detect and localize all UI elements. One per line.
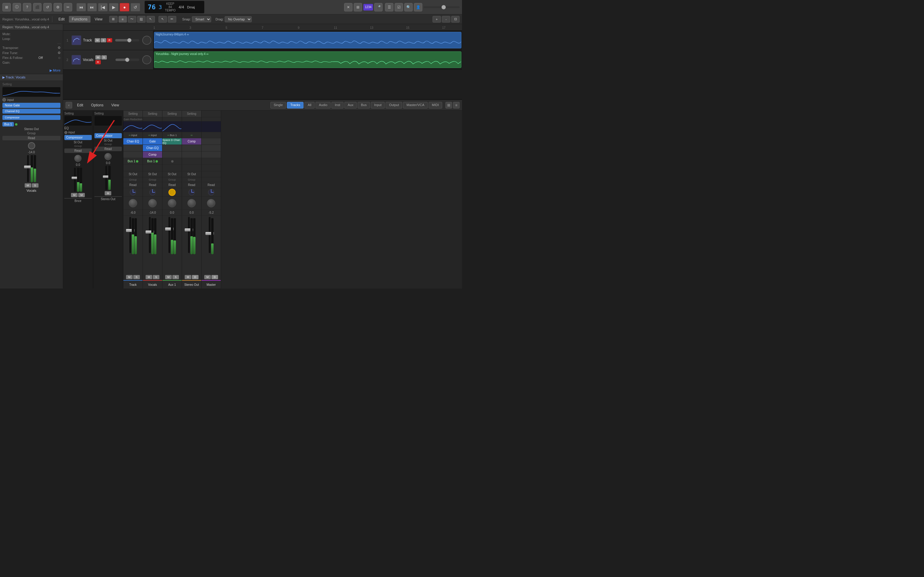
- rt-list-btn[interactable]: ☰: [385, 3, 393, 11]
- track-content-1[interactable]: NightJourney-84bpm.4 ∞: [153, 31, 462, 50]
- rt-btn2[interactable]: ⊞: [354, 3, 362, 11]
- drag-select[interactable]: No Overlap Overlap: [225, 16, 252, 22]
- loop-btn[interactable]: ↺: [131, 3, 140, 11]
- filter-midi[interactable]: MIDI: [429, 102, 442, 108]
- cs-fader-track-aux1[interactable]: [168, 217, 170, 253]
- audio-region-2[interactable]: Yorushika - Night journey vocal only.4 ∞: [154, 52, 461, 68]
- mixer-view-btn[interactable]: View: [108, 102, 122, 108]
- cs-fader-track-vocals[interactable]: [149, 217, 151, 253]
- filter-master-vca[interactable]: Master/VCA: [403, 102, 427, 108]
- master-volume-slider[interactable]: [423, 6, 460, 8]
- link-view-btn[interactable]: ⛓: [137, 16, 145, 23]
- cs-solo-aux1[interactable]: S: [172, 275, 179, 279]
- grid-view-mixer[interactable]: ⊞: [446, 102, 452, 108]
- mixer-back-btn[interactable]: ‹: [66, 102, 72, 108]
- mini-read-1[interactable]: Read: [65, 148, 92, 153]
- cs-automation-vocals[interactable]: Read: [143, 182, 162, 188]
- filter-single[interactable]: Single: [270, 102, 286, 108]
- list-view-mixer[interactable]: ≡: [453, 102, 460, 108]
- play-btn[interactable]: ▶: [109, 3, 118, 11]
- mini-read-2[interactable]: Read: [94, 147, 122, 151]
- record-btn[interactable]: ●: [120, 3, 129, 11]
- cs-mute-vocals[interactable]: M: [145, 275, 152, 279]
- cs-plugin-space-aux1[interactable]: Space D Chan EQ: [162, 138, 182, 145]
- cs-setting-track[interactable]: Setting: [123, 111, 142, 117]
- record-btn-1[interactable]: R: [107, 38, 112, 42]
- cs-automation-stereo[interactable]: Read: [182, 182, 201, 188]
- menu-edit[interactable]: Edit: [55, 16, 68, 23]
- mini-compressor2-btn[interactable]: Compressor: [94, 133, 122, 138]
- mute-btn-1[interactable]: M: [95, 38, 100, 42]
- mixer-options-btn[interactable]: Options: [88, 102, 107, 108]
- cs-pan-knob-vocals[interactable]: [143, 197, 162, 210]
- mini-compressor-btn[interactable]: Compressor: [65, 135, 92, 140]
- fit-btn[interactable]: ⊡: [451, 16, 460, 23]
- help-btn[interactable]: ?: [23, 3, 31, 11]
- noise-gate-btn[interactable]: Noise Gate: [2, 103, 60, 108]
- mini-mute-1[interactable]: M: [71, 193, 78, 197]
- snap-select[interactable]: Smart Bar Beat: [192, 16, 211, 22]
- cs-d-stereo[interactable]: D: [192, 275, 199, 279]
- mute-btn-2[interactable]: M: [95, 55, 101, 60]
- zoom-out-btn[interactable]: -: [442, 16, 450, 23]
- rt-check-btn[interactable]: ☑: [395, 3, 403, 11]
- cs-plugin-chaneq-vocals[interactable]: Chan EQ: [143, 145, 162, 152]
- cs-mute-stereo[interactable]: M: [185, 275, 191, 279]
- inbox-btn[interactable]: ⬛: [33, 3, 42, 11]
- menu-view[interactable]: View: [92, 16, 106, 23]
- solo-btn-2[interactable]: S: [101, 55, 107, 60]
- solo-btn-1[interactable]: S: [101, 38, 106, 42]
- list-view-btn[interactable]: ≡: [118, 16, 127, 23]
- filter-inst[interactable]: Inst: [331, 102, 344, 108]
- info-btn[interactable]: ⓘ: [13, 3, 21, 11]
- mini-solo-1[interactable]: M: [78, 193, 85, 197]
- cs-fader-track-master[interactable]: [209, 217, 210, 253]
- rt-user-btn[interactable]: 👤: [414, 3, 422, 11]
- cs-mute-aux1[interactable]: M: [165, 275, 172, 279]
- mini-pan-knob-1[interactable]: [74, 155, 81, 162]
- save-btn[interactable]: ⊞: [2, 3, 11, 11]
- mixer-edit-btn[interactable]: Edit: [74, 102, 86, 108]
- more-link[interactable]: ▶ More: [0, 67, 63, 74]
- solo-btn-left[interactable]: S: [32, 183, 39, 187]
- settings-btn[interactable]: ⚙: [53, 3, 62, 11]
- cycle-btn[interactable]: ↺: [43, 3, 52, 11]
- cs-automation-master[interactable]: Read: [202, 182, 221, 188]
- bus-btn[interactable]: Bus 1: [2, 122, 14, 127]
- audio-region-1[interactable]: NightJourney-84bpm.4 ∞: [154, 32, 461, 48]
- mini-pan-knob-2[interactable]: [104, 153, 111, 160]
- cs-setting-stereo[interactable]: Setting: [182, 111, 201, 117]
- cs-plugin-chaneq-track[interactable]: Chan EQ: [123, 138, 142, 145]
- cs-pan-knob-master[interactable]: [202, 197, 221, 210]
- compressor-btn[interactable]: Compressor: [2, 115, 60, 120]
- cs-plugin-gate-vocals[interactable]: Gate: [143, 138, 162, 145]
- cs-mute-master[interactable]: M: [204, 275, 211, 279]
- cs-setting-aux1[interactable]: Setting: [162, 111, 182, 117]
- filter-audio[interactable]: Audio: [315, 102, 331, 108]
- pointer-btn[interactable]: ↖: [158, 16, 167, 23]
- pencil-btn[interactable]: ✏: [168, 16, 176, 23]
- wave-view-btn[interactable]: 〜: [128, 16, 136, 23]
- filter-input[interactable]: Input: [371, 102, 385, 108]
- skip-back-btn[interactable]: |◀: [98, 3, 108, 11]
- cs-pan-knob-aux1[interactable]: [162, 197, 182, 210]
- cs-pan-knob-track[interactable]: [123, 197, 142, 210]
- fast-forward-btn[interactable]: ⏭: [87, 3, 97, 11]
- cs-solo-vocals[interactable]: S: [153, 275, 160, 279]
- cs-setting-vocals[interactable]: Setting: [143, 111, 162, 117]
- cs-automation-track[interactable]: Read: [123, 182, 142, 188]
- cursor-btn[interactable]: ↖: [147, 16, 155, 23]
- filter-bus[interactable]: Bus: [358, 102, 370, 108]
- scissors-btn[interactable]: ✂: [64, 3, 72, 11]
- mute-btn-left[interactable]: M: [25, 183, 31, 187]
- read-label[interactable]: Read: [2, 136, 60, 140]
- filter-aux[interactable]: Aux: [344, 102, 357, 108]
- cs-fader-track-stereo[interactable]: [188, 217, 190, 253]
- filter-output[interactable]: Output: [386, 102, 402, 108]
- menu-functions[interactable]: Functions: [69, 16, 90, 23]
- zoom-in-btn[interactable]: +: [433, 16, 441, 23]
- rewind-btn[interactable]: ⏮: [76, 3, 86, 11]
- rt-btn1[interactable]: ✕: [344, 3, 352, 11]
- filter-tracks[interactable]: Tracks: [287, 102, 304, 108]
- cs-solo-track[interactable]: S: [133, 275, 140, 279]
